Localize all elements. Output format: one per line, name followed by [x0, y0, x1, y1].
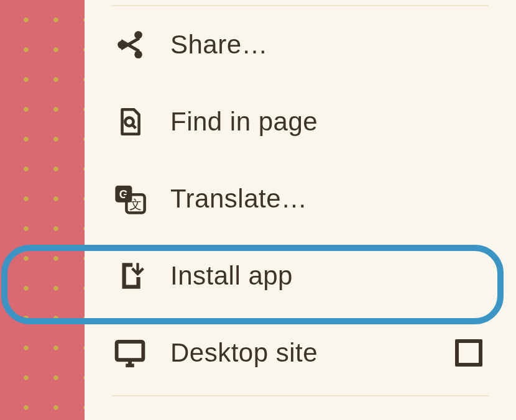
svg-line-6 [132, 125, 136, 129]
svg-text:文: 文 [129, 198, 142, 211]
svg-rect-11 [117, 342, 144, 360]
menu-item-label: Translate… [170, 184, 308, 214]
menu-item-label: Find in page [170, 107, 318, 137]
divider [112, 395, 489, 396]
menu-item-label: Share… [170, 30, 268, 60]
desktop-icon [112, 335, 148, 371]
menu-item-share[interactable]: Share… [85, 6, 516, 83]
svg-point-5 [125, 117, 133, 126]
menu-item-find-in-page[interactable]: Find in page [85, 83, 516, 160]
find-in-page-icon [112, 104, 148, 140]
menu-item-label: Install app [170, 261, 293, 291]
desktop-site-checkbox[interactable] [455, 339, 482, 367]
menu-item-install-app[interactable]: Install app [85, 237, 516, 314]
menu-item-translate[interactable]: G 文 Translate… [85, 160, 516, 237]
menu-item-label: Desktop site [170, 338, 318, 368]
install-app-icon [112, 258, 148, 294]
browser-menu-panel: Share… Find in page G 文 Translate… [85, 0, 516, 420]
menu-item-desktop-site[interactable]: Desktop site [85, 314, 516, 391]
share-icon [112, 27, 148, 63]
translate-icon: G 文 [112, 181, 148, 217]
